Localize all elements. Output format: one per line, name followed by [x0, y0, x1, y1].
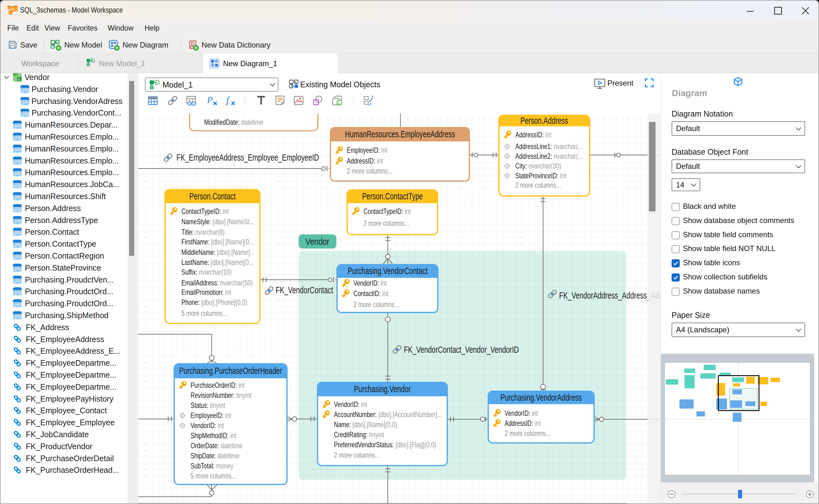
svg-text:P: P [207, 95, 213, 105]
svg-text:f: f [226, 95, 230, 106]
svg-text:L: L [338, 101, 340, 105]
